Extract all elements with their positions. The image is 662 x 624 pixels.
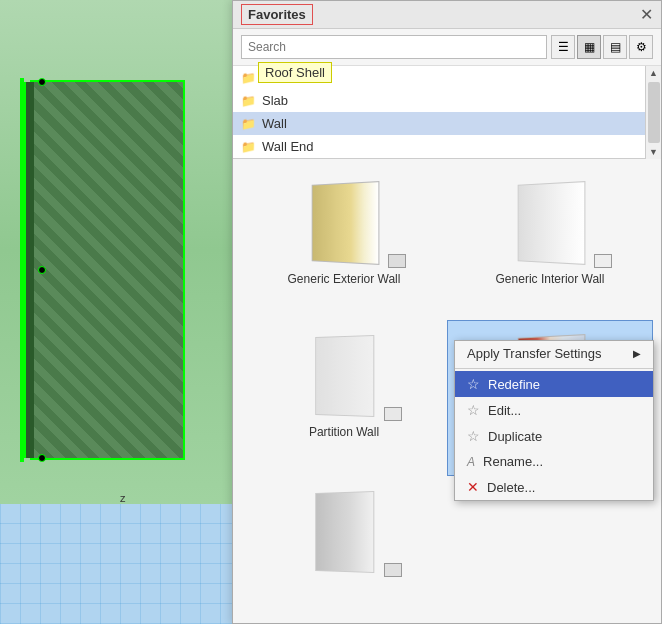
folder-icon: 📁 bbox=[241, 140, 256, 154]
wall-bottom-preview bbox=[315, 491, 374, 573]
folder-icon: 📁 bbox=[241, 71, 256, 85]
tree-item-label: Wall bbox=[262, 116, 287, 131]
panel-title: Favorites bbox=[241, 4, 313, 25]
item-label: Generic Exterior Wall bbox=[288, 272, 401, 286]
grid-item-wall-bottom[interactable] bbox=[241, 476, 447, 615]
item-thumbnail bbox=[294, 487, 394, 577]
grid-item-partition-wall[interactable]: Partition Wall bbox=[241, 320, 447, 475]
duplicate-label: Duplicate bbox=[488, 429, 542, 444]
search-row: ☰ ▦ ▤ ⚙ bbox=[233, 29, 661, 66]
tree-scrollbar: ▲ ▼ bbox=[645, 66, 661, 159]
edit-label: Edit... bbox=[488, 403, 521, 418]
3d-viewport: z bbox=[0, 0, 235, 624]
list-view-button[interactable]: ☰ bbox=[551, 35, 575, 59]
panel-header: Favorites ✕ bbox=[233, 1, 661, 29]
control-point bbox=[38, 454, 46, 462]
context-menu-item-edit[interactable]: ☆ Edit... bbox=[455, 397, 653, 423]
folder-icon: 📁 bbox=[241, 117, 256, 131]
plan-view-icon bbox=[384, 407, 402, 421]
selection-lines bbox=[20, 78, 24, 462]
delete-icon: ✕ bbox=[467, 479, 479, 495]
menu-separator bbox=[455, 368, 653, 369]
context-menu: Apply Transfer Settings ▶ ☆ Redefine ☆ E… bbox=[454, 340, 654, 501]
wall-partition-preview bbox=[315, 335, 374, 417]
plan-view-icon bbox=[388, 254, 406, 268]
grid-view-button[interactable]: ▦ bbox=[577, 35, 601, 59]
control-point bbox=[38, 78, 46, 86]
apply-transfer-label: Apply Transfer Settings bbox=[467, 346, 601, 361]
settings-button[interactable]: ⚙ bbox=[629, 35, 653, 59]
item-label: Generic Interior Wall bbox=[496, 272, 605, 286]
favorites-panel: Favorites ✕ ☰ ▦ ▤ ⚙ 📁 Roof/Shell 📁 Slab … bbox=[232, 0, 662, 624]
plan-view-icon bbox=[384, 563, 402, 577]
item-thumbnail bbox=[294, 178, 394, 268]
plan-view-icon bbox=[594, 254, 612, 268]
rename-label: Rename... bbox=[483, 454, 543, 469]
redefine-label: Redefine bbox=[488, 377, 540, 392]
grid-item-generic-interior-wall[interactable]: Generic Interior Wall bbox=[447, 167, 653, 320]
wall-int-preview bbox=[518, 181, 586, 265]
axis-label: z bbox=[120, 492, 126, 504]
item-thumbnail bbox=[294, 331, 394, 421]
wall-3d-object bbox=[30, 80, 185, 460]
delete-label: Delete... bbox=[487, 480, 535, 495]
roof-shell-tooltip: Roof Shell bbox=[258, 62, 332, 83]
tree-item-slab[interactable]: 📁 Slab bbox=[233, 89, 645, 112]
control-point bbox=[38, 266, 46, 274]
submenu-arrow-icon: ▶ bbox=[633, 348, 641, 359]
scroll-down-button[interactable]: ▼ bbox=[647, 145, 661, 159]
tree-item-wall-end[interactable]: 📁 Wall End bbox=[233, 135, 645, 158]
scroll-thumb[interactable] bbox=[648, 82, 660, 143]
wall-ext-preview bbox=[312, 181, 380, 265]
scroll-up-button[interactable]: ▲ bbox=[647, 66, 661, 80]
tree-item-wall[interactable]: 📁 Wall bbox=[233, 112, 645, 135]
close-button[interactable]: ✕ bbox=[640, 7, 653, 23]
grid-item-generic-exterior-wall[interactable]: Generic Exterior Wall bbox=[241, 167, 447, 320]
context-menu-item-delete[interactable]: ✕ Delete... bbox=[455, 474, 653, 500]
star-icon: ☆ bbox=[467, 402, 480, 418]
item-thumbnail bbox=[500, 178, 600, 268]
context-menu-item-rename[interactable]: A Rename... bbox=[455, 449, 653, 474]
context-menu-item-redefine[interactable]: ☆ Redefine bbox=[455, 371, 653, 397]
rename-icon: A bbox=[467, 455, 475, 469]
search-input[interactable] bbox=[241, 35, 547, 59]
detail-view-button[interactable]: ▤ bbox=[603, 35, 627, 59]
floor-grid bbox=[0, 504, 235, 624]
star-icon: ☆ bbox=[467, 428, 480, 444]
folder-icon: 📁 bbox=[241, 94, 256, 108]
item-label: Partition Wall bbox=[309, 425, 379, 439]
star-icon: ☆ bbox=[467, 376, 480, 392]
context-menu-item-apply-transfer[interactable]: Apply Transfer Settings ▶ bbox=[455, 341, 653, 366]
context-menu-item-duplicate[interactable]: ☆ Duplicate bbox=[455, 423, 653, 449]
tree-item-label: Wall End bbox=[262, 139, 314, 154]
view-toolbar: ☰ ▦ ▤ ⚙ bbox=[551, 35, 653, 59]
tree-item-label: Slab bbox=[262, 93, 288, 108]
